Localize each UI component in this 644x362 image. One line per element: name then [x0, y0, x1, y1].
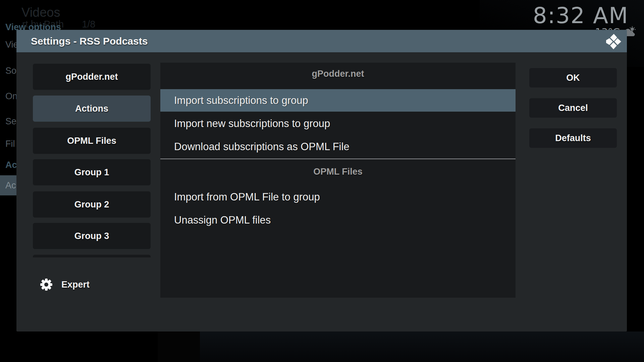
gear-icon — [40, 278, 53, 291]
settings-level-label: Expert — [61, 280, 90, 290]
setting-row-download-subscriptions[interactable]: Download subscriptions as OPML File — [160, 135, 516, 158]
background-menu-item-search: Se — [5, 116, 16, 127]
sidebar-item-partial[interactable] — [33, 255, 151, 257]
background-window-title: Videos — [21, 5, 60, 20]
section-header-gpodder: gPodder.net — [160, 63, 516, 85]
background-panel-divider — [158, 331, 200, 362]
sidebar-item-group-1[interactable]: Group 1 — [33, 159, 151, 185]
background-menu-item-filter: Fil — [5, 139, 15, 149]
background-content-panel — [200, 331, 644, 362]
cancel-button[interactable]: Cancel — [529, 98, 617, 118]
settings-dialog: Settings - RSS Podcasts gPodder.net Acti… — [16, 30, 627, 331]
sidebar-item-group-3[interactable]: Group 3 — [33, 223, 151, 249]
defaults-button[interactable]: Defaults — [529, 128, 617, 148]
setting-row-import-new-subscriptions[interactable]: Import new subscriptions to group — [160, 112, 516, 135]
setting-row-import-from-opml[interactable]: Import from OPML File to group — [160, 186, 516, 208]
setting-row-import-subscriptions[interactable]: Import subscriptions to group — [160, 89, 516, 112]
section-separator — [160, 159, 516, 159]
setting-row-unassign-opml[interactable]: Unassign OPML files — [160, 209, 516, 231]
settings-panel: gPodder.net Import subscriptions to grou… — [160, 63, 516, 298]
sidebar-item-opml-files[interactable]: OPML Files — [33, 128, 151, 154]
background-highlighted-menu-label: Ac — [5, 180, 16, 191]
dialog-titlebar: Settings - RSS Podcasts — [16, 30, 627, 52]
dialog-title: Settings - RSS Podcasts — [31, 30, 148, 52]
background-count-fragment: 1/8 — [82, 19, 95, 29]
background-actions-header: Ac — [5, 160, 17, 170]
ok-button[interactable]: OK — [529, 68, 617, 87]
clock: 8:32 AM — [533, 3, 629, 28]
section-header-opml-files: OPML Files — [160, 161, 516, 183]
sidebar-item-group-2[interactable]: Group 2 — [33, 191, 151, 218]
background-menu-item-sort: So — [5, 66, 16, 76]
background-menu-item-order: On — [5, 91, 17, 102]
settings-level-button[interactable]: Expert — [40, 278, 90, 291]
sidebar-item-gpodder[interactable]: gPodder.net — [33, 64, 151, 90]
sidebar-item-actions[interactable]: Actions — [33, 96, 151, 122]
kodi-logo-icon — [605, 34, 622, 50]
